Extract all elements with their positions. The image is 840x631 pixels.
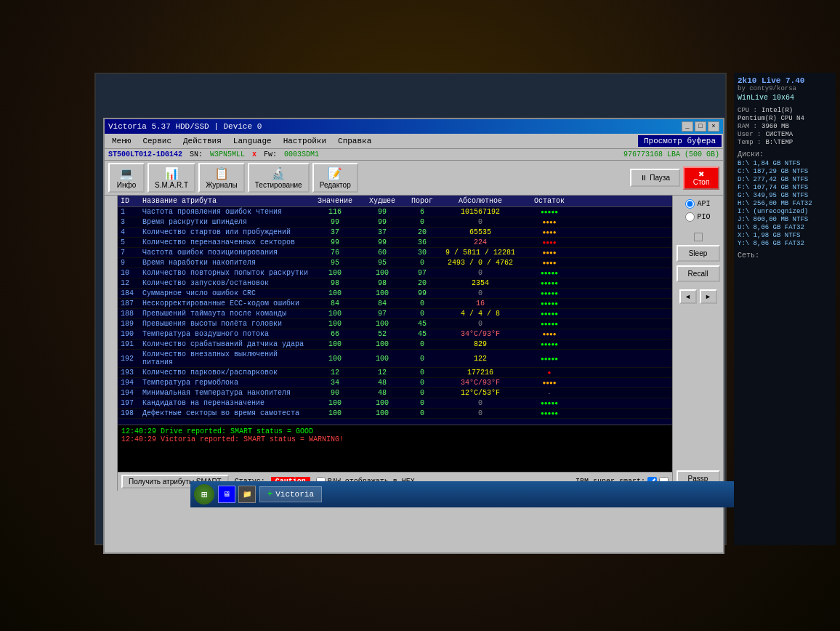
cell-name: Суммарное число ошибок CRC: [142, 289, 310, 297]
cell-name: Частота проявления ошибок чтения: [142, 208, 310, 216]
cell-thresh: 20: [404, 228, 440, 236]
cell-id: 197: [121, 399, 142, 407]
cell-worst: 99: [360, 238, 404, 246]
taskbar-icon-2[interactable]: 📁: [238, 486, 256, 503]
prev-button[interactable]: ◄: [679, 289, 697, 304]
recall-button[interactable]: Recall: [677, 265, 720, 282]
cell-value: 95: [310, 259, 360, 267]
cell-name: Дефектные секторы во время самотеста: [142, 409, 310, 417]
victoria-taskbar-item[interactable]: + Victoria: [259, 486, 322, 502]
api-radio[interactable]: [685, 199, 695, 209]
cell-id: 7: [121, 249, 142, 257]
cell-name: Количество внезапных выключений питания: [142, 350, 310, 366]
table-row: 12 Количество запусков/остановок 98 98 2…: [118, 278, 672, 289]
cell-id: 9: [121, 259, 142, 267]
cell-thresh: 0: [404, 389, 440, 397]
info-button[interactable]: 💻 Инфо: [108, 163, 145, 193]
test-button[interactable]: 🔬 Тестирование: [248, 163, 310, 193]
close-button[interactable]: ×: [708, 121, 719, 132]
menu-item-settings[interactable]: Настройки: [278, 135, 332, 147]
table-row: 1 Частота проявления ошибок чтения 116 9…: [118, 207, 672, 217]
pio-radio[interactable]: [685, 212, 695, 222]
table-row: 192 Количество внезапных выключений пита…: [118, 350, 672, 368]
cell-name: Количество запусков/остановок: [142, 279, 310, 287]
log-line: 12:40:29 Victoria reported: SMART status…: [121, 435, 669, 443]
icon-2: 📁: [243, 490, 251, 499]
cell-id: 194: [121, 389, 142, 397]
pause-button[interactable]: ⏸ Пауза: [630, 169, 680, 187]
menu-item-menu[interactable]: Меню: [106, 135, 137, 147]
user-label: User :: [738, 131, 761, 138]
drive-item: H:\ 256,00 MB FAT32: [738, 200, 832, 207]
cell-absolute: 65535: [440, 228, 520, 236]
table-row: 191 Количество срабатываний датчика удар…: [118, 339, 672, 350]
smart-button[interactable]: 📊 S.M.A.R.T: [148, 163, 195, 193]
cell-id: 189: [121, 320, 142, 328]
cell-absolute: 34°C/93°F: [440, 330, 520, 338]
drive-item: J:\ 800,00 MB NTFS: [738, 216, 832, 223]
cell-absolute: 12°C/53°F: [440, 389, 520, 397]
smart-area: ID Название атрибута Значение Худшее Пор…: [118, 196, 672, 491]
taskbar-icon-1[interactable]: 🖥: [218, 486, 235, 503]
cell-name: Превышений таймаута после команды: [142, 310, 310, 318]
stop-label: Стоп: [693, 178, 710, 186]
cell-value: 90: [310, 389, 360, 397]
cell-name: Количество переназначенных секторов: [142, 238, 310, 246]
cell-value: 99: [310, 238, 360, 246]
cell-name: Количество срабатываний датчика удара: [142, 340, 310, 348]
header-id: ID: [121, 197, 142, 205]
cell-absolute: 101567192: [440, 208, 520, 216]
cell-value: 100: [310, 409, 360, 417]
cell-dots: ●: [520, 369, 578, 376]
editor-button[interactable]: 📝 Редактор: [312, 163, 358, 193]
cell-thresh: 0: [404, 218, 440, 226]
cell-name: Температура гермоблока: [142, 379, 310, 387]
cell-thresh: 30: [404, 249, 440, 257]
cell-dots: ●●●●●: [520, 400, 578, 406]
table-row: 198 Дефектные секторы во время самотеста…: [118, 409, 672, 419]
sleep-button[interactable]: Sleep: [677, 245, 720, 262]
cell-value: 12: [310, 369, 360, 377]
system-title: 2k10 Live 7.40: [738, 76, 832, 85]
right-system-panel: 2k10 Live 7.40 by conty9/korsa WinLive 1…: [734, 73, 836, 545]
table-row: 5 Количество переназначенных секторов 99…: [118, 238, 672, 248]
start-button[interactable]: ⊞: [194, 484, 214, 505]
stop-button[interactable]: ✖ Стоп: [683, 166, 719, 190]
menu-item-help[interactable]: Справка: [332, 135, 377, 147]
cell-absolute: 2493 / 0 / 4762: [440, 259, 520, 267]
start-icon: ⊞: [201, 489, 207, 501]
menu-item-language[interactable]: Language: [227, 135, 278, 147]
cell-id: 192: [121, 355, 142, 363]
sn-value: W3PN5MLL: [210, 150, 245, 158]
desktop-screen: Victoria 5.37 HDD/SSD | Device 0 _ □ × М…: [94, 73, 727, 545]
cell-id: 184: [121, 289, 142, 297]
api-label: API: [697, 200, 710, 208]
next-button[interactable]: ►: [700, 289, 717, 304]
drive-item: C:\ 187,29 GB NTFS: [738, 168, 832, 175]
table-row: 187 Нескорректированные ECC-кодом ошибки…: [118, 299, 672, 309]
journals-button[interactable]: 📋 Журналы: [198, 163, 245, 193]
cell-id: 5: [121, 238, 142, 246]
nav-buttons: ◄ ►: [679, 289, 717, 304]
cell-value: 100: [310, 320, 360, 328]
cell-dots: ●●●●●: [520, 270, 578, 276]
menu-item-buffer[interactable]: Просмотр буфера: [638, 135, 722, 147]
icon-1: 🖥: [223, 490, 230, 499]
menu-item-service[interactable]: Сервис: [137, 135, 177, 147]
user-value: СИСТЕМА: [765, 131, 793, 138]
menu-item-actions[interactable]: Действия: [177, 135, 227, 147]
table-row: 194 Температура гермоблока 34 48 0 34°C/…: [118, 378, 672, 388]
maximize-button[interactable]: □: [695, 121, 706, 132]
victoria-icon: +: [267, 489, 272, 499]
cell-value: 34: [310, 379, 360, 387]
fw-value: 0003SDM1: [284, 150, 319, 158]
cell-thresh: 0: [404, 259, 440, 267]
left-sidebar: [105, 196, 118, 491]
victoria-task-label: Victoria: [275, 490, 314, 499]
cell-id: 10: [121, 269, 142, 277]
cell-name: Нескорректированные ECC-кодом ошибки: [142, 300, 310, 308]
version-text: 2k10 Live 7.40: [738, 76, 804, 85]
cell-absolute: 0: [440, 218, 520, 226]
minimize-button[interactable]: _: [682, 121, 693, 132]
api-radio-container: API: [685, 199, 710, 209]
